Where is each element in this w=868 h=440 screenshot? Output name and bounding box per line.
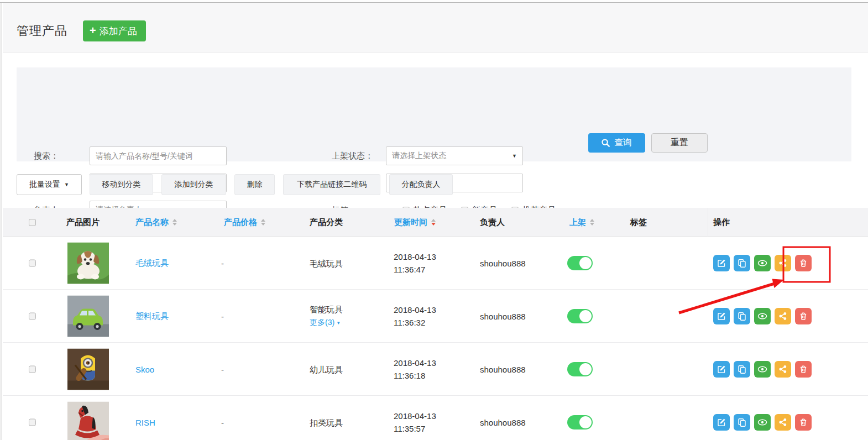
- onsale-toggle[interactable]: [567, 256, 593, 270]
- copy-icon: [738, 365, 746, 374]
- owner-name: shouhou888: [480, 417, 526, 427]
- move-to-category-button[interactable]: 移动到分类: [90, 174, 153, 195]
- batch-settings-label: 批量设置: [29, 180, 60, 190]
- onsale-toggle[interactable]: [567, 309, 593, 323]
- copy-button[interactable]: [734, 255, 750, 271]
- row-checkbox[interactable]: [29, 312, 36, 319]
- onsale-toggle[interactable]: [567, 362, 593, 376]
- share-icon: [778, 418, 787, 427]
- copy-button[interactable]: [734, 361, 750, 378]
- row-checkbox[interactable]: [29, 365, 36, 373]
- filter-panel: 搜索： 分类： 请选择产品分类 ▼ 负责人： 请选择负责人 ▼ 上架状态： 请选…: [17, 67, 851, 161]
- header-product-category: 产品分类: [310, 208, 343, 237]
- row-actions: [713, 255, 812, 271]
- assign-owner-button[interactable]: 分配负责人: [389, 174, 453, 195]
- edit-icon: [717, 365, 726, 374]
- row-actions: [713, 308, 812, 324]
- copy-icon: [738, 259, 746, 268]
- product-price: -: [221, 258, 224, 268]
- page-title: 管理产品: [17, 23, 67, 39]
- edit-button[interactable]: [713, 255, 730, 271]
- trash-icon: [799, 259, 808, 268]
- view-button[interactable]: [754, 255, 771, 271]
- share-button[interactable]: [775, 414, 791, 431]
- product-image-minion: [67, 348, 109, 390]
- product-price: -: [221, 311, 224, 321]
- onsale-toggle[interactable]: [567, 415, 593, 429]
- delete-row-button[interactable]: [795, 308, 812, 324]
- header-tags: 标签: [630, 208, 647, 237]
- delete-row-button[interactable]: [795, 414, 812, 431]
- header-product-price[interactable]: 产品价格: [224, 208, 265, 237]
- product-image-puppy: [67, 242, 109, 284]
- delete-row-button[interactable]: [795, 361, 812, 378]
- edit-icon: [717, 259, 726, 268]
- status-select-value: 请选择上架状态: [392, 151, 446, 161]
- status-label: 上架状态：: [332, 146, 373, 165]
- product-category: 毛绒玩具: [310, 256, 343, 269]
- edit-button[interactable]: [713, 361, 730, 378]
- status-select[interactable]: 请选择上架状态 ▼: [386, 146, 523, 165]
- product-category: 幼儿玩具: [310, 363, 343, 375]
- copy-button[interactable]: [734, 308, 750, 324]
- product-name-link[interactable]: 毛绒玩具: [135, 258, 169, 268]
- share-button[interactable]: [775, 255, 791, 271]
- share-icon: [778, 312, 787, 321]
- delete-button[interactable]: 删除: [234, 174, 275, 195]
- update-time-text: 11:36:47: [394, 263, 436, 276]
- query-button[interactable]: 查询: [588, 133, 645, 153]
- select-all-checkbox[interactable]: [29, 219, 36, 226]
- view-button[interactable]: [754, 414, 771, 431]
- table-header-row: 产品图片 产品名称 产品价格 产品分类 更新时间 负责人 上架 标签 操作: [3, 208, 868, 237]
- copy-button[interactable]: [734, 414, 750, 431]
- view-button[interactable]: [754, 308, 771, 324]
- update-time: 2018-04-13 11:36:18: [394, 357, 436, 382]
- edit-icon: [717, 312, 726, 321]
- view-button[interactable]: [754, 361, 771, 378]
- share-button[interactable]: [775, 308, 791, 324]
- update-date-text: 2018-04-13: [394, 250, 436, 263]
- header-product-name[interactable]: 产品名称: [135, 208, 177, 237]
- update-time: 2018-04-13 11:36:32: [394, 303, 436, 329]
- owner-name: shouhou888: [480, 258, 526, 268]
- edit-button[interactable]: [713, 414, 730, 431]
- chevron-down-icon: ▼: [512, 153, 517, 159]
- search-input[interactable]: [90, 146, 227, 165]
- table-row: 塑料玩具 - 智能玩具 更多(3) 2018-04-13 11:36:32 sh…: [3, 290, 868, 343]
- trash-icon: [799, 365, 808, 374]
- table-row: RISH - 扣类玩具 2018-04-13 11:35:57 shouhou8…: [3, 396, 868, 440]
- category-text: 毛绒玩具: [310, 256, 343, 269]
- header-actions: 操作: [713, 208, 730, 237]
- update-time: 2018-04-13 11:35:57: [394, 410, 436, 435]
- toggle-knob: [579, 416, 592, 428]
- edit-button[interactable]: [713, 308, 730, 324]
- product-name-link[interactable]: Skoo: [135, 364, 154, 374]
- product-name-link[interactable]: 塑料玩具: [135, 311, 169, 321]
- update-date-text: 2018-04-13: [394, 357, 436, 369]
- header-onsale[interactable]: 上架: [569, 208, 594, 237]
- add-to-category-button[interactable]: 添加到分类: [161, 174, 226, 195]
- delete-row-button[interactable]: [795, 255, 812, 271]
- header-update-time[interactable]: 更新时间: [394, 208, 436, 237]
- eye-icon: [757, 365, 767, 374]
- add-product-label: 添加产品: [100, 25, 137, 38]
- batch-settings-button[interactable]: 批量设置 ▼: [17, 174, 82, 195]
- row-checkbox[interactable]: [29, 418, 36, 426]
- header-label: 上架: [569, 217, 586, 228]
- add-product-button[interactable]: + 添加产品: [83, 20, 146, 41]
- sort-icon: [590, 219, 594, 226]
- more-categories-link[interactable]: 更多(3): [310, 316, 341, 329]
- product-price: -: [221, 417, 224, 427]
- reset-button[interactable]: 重置: [651, 133, 708, 153]
- download-qrcode-button[interactable]: 下载产品链接二维码: [283, 174, 380, 195]
- category-text: 幼儿玩具: [310, 363, 343, 375]
- sort-icon: [261, 219, 265, 226]
- product-image-rocking-horse: [67, 401, 109, 440]
- header-owner: 负责人: [480, 208, 505, 237]
- header-label: 产品名称: [135, 217, 169, 228]
- trash-icon: [799, 312, 808, 321]
- share-button[interactable]: [775, 361, 791, 378]
- header-product-image: 产品图片: [66, 208, 100, 237]
- row-checkbox[interactable]: [29, 259, 36, 266]
- product-name-link[interactable]: RISH: [135, 417, 155, 427]
